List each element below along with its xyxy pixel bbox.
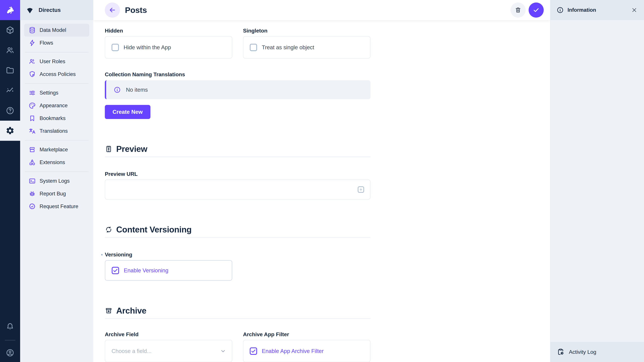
checkbox-checked[interactable] [112,267,119,274]
shield-user-icon [28,70,36,78]
sidebar-item-marketplace[interactable]: Marketplace [24,143,89,156]
archive-filter-checkbox-row[interactable]: Enable App Archive Filter [250,348,324,355]
sidebar-item-label: Access Policies [40,71,76,77]
cube-icon [6,26,14,35]
preview-url-field [105,179,370,200]
module-users[interactable] [0,40,20,60]
storefront-icon [28,146,36,153]
navigation-sidebar: Directus Data Model Flows User Roles [20,0,93,362]
page-header: Posts [93,0,550,20]
activity-log-label: Activity Log [569,349,596,355]
user-avatar-button[interactable] [0,344,20,362]
content-versioning-icon [105,226,112,233]
checkbox-unchecked[interactable] [250,44,257,51]
sidebar-item-user-roles[interactable]: User Roles [24,55,89,68]
activity-log-icon [557,348,564,356]
bolt-icon [28,39,36,46]
info-icon [556,6,564,14]
sidebar-item-label: Marketplace [40,147,68,153]
sidebar-item-bookmarks[interactable]: Bookmarks [24,112,89,125]
close-sidebar-button[interactable] [630,6,638,14]
field-label: Singleton [243,28,268,34]
sidebar-item-system-logs[interactable]: System Logs [24,175,89,187]
sidebar-divider [25,171,88,172]
module-settings[interactable] [0,121,20,141]
archive-section-heading: Archive [105,306,370,316]
bug-icon [28,190,36,197]
sidebar-item-data-model[interactable]: Data Model [24,24,89,36]
module-help[interactable] [0,100,20,121]
sidebar-item-extensions[interactable]: Extensions [24,156,89,169]
archive-icon [105,307,112,315]
checkbox-checked[interactable] [250,348,257,355]
archive-field-select[interactable]: Choose a field... [105,340,232,362]
delete-collection-button[interactable] [510,2,526,17]
preview-icon [105,145,112,153]
directus-rabbit-icon [6,5,14,14]
people-icon [6,46,14,55]
create-new-button[interactable]: Create New [105,105,150,119]
sidebar-item-translations[interactable]: Translations [24,125,89,137]
module-bar-divider [5,340,16,341]
singleton-checkbox-row[interactable]: Treat as single object [250,44,314,51]
sidebar-item-label: Extensions [40,159,65,165]
sidebar-item-label: Bookmarks [40,115,66,121]
module-insights[interactable] [0,80,20,100]
sidebar-item-settings[interactable]: Settings [24,86,89,99]
preview-url-input[interactable] [105,180,370,199]
sidebar-item-label: Translations [40,128,68,134]
checkbox-label: Hide within the App [124,44,171,51]
info-panel-header: Information [550,0,644,20]
bookmark-icon [28,115,36,122]
sidebar-item-flows[interactable]: Flows [24,36,89,49]
user-roles-icon [28,58,36,65]
insights-icon [6,86,14,95]
versioning-section-heading: Content Versioning [105,225,370,234]
sidebar-item-request-feature[interactable]: Request Feature [24,200,89,213]
plus-icon [359,187,363,192]
enable-versioning-row[interactable]: Enable Versioning [112,267,168,274]
new-releases-icon [28,203,36,210]
checkbox-label: Treat as single object [262,44,314,51]
check-icon [532,6,540,14]
checkbox-unchecked[interactable] [112,44,119,51]
sidebar-item-label: Settings [40,90,58,96]
back-button[interactable] [105,2,120,17]
terminal-icon [28,177,36,185]
main-area: Posts Hidden Hide within the Ap [93,0,550,362]
edited-indicator-dot [101,254,103,255]
field-hidden: Hidden Hide within the App [105,28,232,58]
section-heading-text: Archive [116,306,146,316]
field-label: Collection Naming Translations [105,71,185,78]
activity-log-button[interactable]: Activity Log [550,342,644,362]
module-files[interactable] [0,60,20,80]
category-icon [28,159,36,166]
section-heading-text: Preview [116,144,148,154]
info-panel-body [550,20,644,342]
project-header[interactable]: Directus [20,0,93,20]
field-archive-app-filter: Archive App Filter Enable App Archive Fi… [243,331,370,362]
sidebar-item-label: User Roles [40,58,65,64]
notifications-button[interactable] [0,317,20,337]
gear-icon [6,126,14,135]
section-heading-text: Content Versioning [116,225,192,234]
directus-logo[interactable] [0,0,20,20]
sidebar-item-report-bug[interactable]: Report Bug [24,187,89,200]
sidebar-item-label: Report Bug [40,191,66,197]
palette-icon [28,102,36,109]
sidebar-item-access-policies[interactable]: Access Policies [24,68,89,81]
field-label: Preview URL [105,171,138,177]
sidebar-item-appearance[interactable]: Appearance [24,99,89,112]
field-archive-field: Archive Field Choose a field... [105,331,232,362]
empty-items-text: No items [126,87,148,93]
field-label: Archive App Filter [243,331,289,338]
tune-icon [28,89,36,96]
module-content[interactable] [0,20,20,40]
save-button[interactable] [528,2,544,17]
info-sidebar: Information Activity Log [550,0,644,362]
sidebar-item-label: Data Model [40,27,66,33]
translate-icon [28,127,36,135]
section-divider [105,157,370,157]
hidden-checkbox-row[interactable]: Hide within the App [112,44,171,51]
add-field-button[interactable] [358,186,364,193]
